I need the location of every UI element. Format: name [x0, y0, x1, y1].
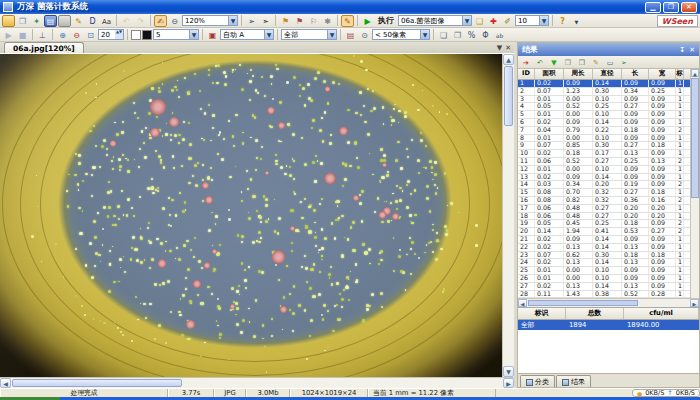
table-row[interactable]: 240.020.130.140.130.091 [518, 259, 690, 267]
save-icon[interactable]: ▤ [44, 15, 57, 27]
table-row[interactable]: 250.010.000.100.090.091 [518, 267, 690, 275]
table-row[interactable]: 230.070.620.300.180.181 [518, 252, 690, 260]
scroll-right-icon[interactable]: ▶ [503, 378, 514, 388]
image-horizontal-scrollbar[interactable]: ◀ ▶ [0, 377, 514, 388]
next-icon[interactable]: ➢ [618, 57, 630, 68]
table-row[interactable]: 40.050.520.250.270.091 [518, 103, 690, 111]
new-doc-icon[interactable]: ❏ [437, 29, 450, 41]
search-icon[interactable]: ⊙ [358, 29, 371, 41]
scroll-up-icon[interactable]: ▲ [691, 69, 699, 77]
tab-list-icon[interactable]: ▼ [497, 44, 502, 52]
undo-icon[interactable]: ↶ [120, 15, 133, 27]
scroll-thumb[interactable] [691, 78, 699, 198]
table-row[interactable]: 110.060.520.270.250.132 [518, 158, 690, 166]
column-header[interactable]: ID [518, 69, 535, 79]
minimize-button[interactable]: ▁ [645, 2, 661, 13]
table-row[interactable]: 80.010.000.100.090.091 [518, 135, 690, 143]
table-row[interactable]: 160.080.820.320.360.162 [518, 197, 690, 205]
table-row[interactable]: 30.010.000.100.090.091 [518, 96, 690, 104]
table-row[interactable]: 280.111.430.380.520.281 [518, 291, 690, 298]
table-row[interactable]: 70.040.790.220.180.092 [518, 127, 690, 135]
scroll-thumb[interactable] [12, 379, 182, 387]
image-tab[interactable]: 06a.jpg[120%] [4, 42, 84, 53]
scroll-down-icon[interactable]: ▼ [503, 366, 514, 377]
table-row[interactable]: 170.060.480.270.200.201 [518, 205, 690, 213]
count-combo[interactable]: 10 ▼ [515, 15, 549, 26]
table-row[interactable]: 130.020.090.140.090.091 [518, 174, 690, 182]
column-header[interactable]: 标识 [676, 69, 684, 79]
filter-icon[interactable]: ▼ [548, 57, 560, 68]
table-horizontal-scrollbar[interactable]: ◀ ▶ [518, 298, 699, 307]
table-row[interactable]: 180.060.480.270.200.201 [518, 213, 690, 221]
column-header[interactable]: 直径 [593, 69, 622, 79]
scroll-right-icon[interactable]: ▶ [690, 299, 699, 307]
column-header[interactable]: 宽 [649, 69, 676, 79]
center-icon[interactable]: Φ [479, 29, 492, 41]
table-row[interactable]: 150.080.700.320.270.181 [518, 189, 690, 197]
run-button[interactable]: 执行 [375, 15, 397, 26]
maximize-button[interactable]: ❐ [663, 2, 679, 13]
table-row[interactable]: 190.050.450.250.180.092 [518, 220, 690, 228]
summary-row[interactable]: 全部189418940.00 [518, 320, 699, 330]
copy-icon[interactable]: ❐ [562, 57, 574, 68]
label-ab-icon[interactable]: ab [493, 29, 506, 41]
scroll-up-icon[interactable]: ▲ [503, 54, 514, 65]
tab-close-icon[interactable]: ✕ [505, 44, 511, 52]
zoom-fit-icon[interactable]: ⊡ [84, 29, 97, 41]
table-row[interactable]: 20.071.230.300.340.251 [518, 88, 690, 96]
table-row[interactable]: 210.020.090.140.090.091 [518, 236, 690, 244]
paste-icon[interactable]: ❒ [576, 57, 588, 68]
help-dropdown-icon[interactable]: ▼ [570, 15, 583, 27]
table-row[interactable]: 260.010.000.100.090.091 [518, 275, 690, 283]
pin-icon[interactable]: ↧ [679, 46, 685, 54]
threshold-spinner[interactable]: 20 ▲▼ [98, 29, 124, 40]
printer2-icon[interactable]: ▤ [344, 29, 357, 41]
measure-icon[interactable]: ⊥ [36, 29, 49, 41]
table-vertical-scrollbar[interactable]: ▲ [690, 69, 699, 298]
panel-close-icon[interactable]: ✕ [689, 46, 695, 54]
petri-dish-image[interactable] [0, 54, 502, 377]
percent-icon[interactable]: % [465, 29, 478, 41]
redo-icon[interactable]: ↷ [134, 15, 147, 27]
scroll-thumb[interactable] [504, 66, 513, 126]
image-select-combo[interactable]: 06a.菌落图像 ▼ [398, 15, 472, 26]
pointer-icon[interactable]: ➣ [259, 15, 272, 27]
close-button[interactable]: ✕ [681, 2, 697, 13]
table-row[interactable]: 50.010.000.100.090.091 [518, 111, 690, 119]
flag-mark-icon[interactable]: ⚑ [279, 15, 292, 27]
zoom-out-icon[interactable]: ⊖ [70, 29, 83, 41]
draw-icon[interactable]: D [86, 15, 99, 27]
image-vertical-scrollbar[interactable]: ▲ ▼ [502, 54, 514, 377]
chevron-down-icon[interactable]: ▼ [539, 16, 548, 25]
spinner-arrows-icon[interactable]: ▲▼ [115, 30, 123, 39]
results-table-header[interactable]: ID面积周长直径长宽标识 [518, 69, 690, 80]
chevron-down-icon[interactable]: ▼ [189, 30, 198, 39]
table-row[interactable]: 270.020.130.140.130.091 [518, 283, 690, 291]
help-icon[interactable]: ? [556, 15, 569, 27]
column-header[interactable]: 长 [622, 69, 649, 79]
stop-icon[interactable]: ■ [16, 29, 29, 41]
column-header[interactable]: 面积 [535, 69, 564, 79]
edit-pencil-icon[interactable]: ✎ [72, 15, 85, 27]
scroll-left-icon[interactable]: ◀ [518, 299, 527, 307]
play-icon[interactable]: ▶ [2, 29, 15, 41]
refresh-icon[interactable]: ↶ [534, 57, 546, 68]
chevron-down-icon[interactable]: ▼ [327, 30, 336, 39]
text-tool-icon[interactable]: Aa [100, 15, 113, 27]
flag-remove-icon[interactable]: ⚑ [293, 15, 306, 27]
scope-combo[interactable]: 全部 ▼ [281, 29, 337, 40]
pointer-add-icon[interactable]: ➢ [245, 15, 258, 27]
results-tab-分类[interactable]: 分类 [520, 375, 555, 387]
table-row[interactable]: 120.010.000.100.090.091 [518, 166, 690, 174]
select-rect-icon[interactable]: ▭ [604, 57, 616, 68]
auto-mode-combo[interactable]: 自动 A ▼ [220, 29, 274, 40]
run-play-icon[interactable]: ▶ [361, 15, 374, 27]
zoom-in-icon[interactable]: ⊕ [56, 29, 69, 41]
add-red-icon[interactable]: ✚ [487, 15, 500, 27]
scroll-left-icon[interactable]: ◀ [0, 378, 11, 388]
palette-icon[interactable]: ▣ [206, 29, 219, 41]
scroll-thumb[interactable] [528, 300, 638, 306]
marker-tool-icon[interactable]: ✎ [341, 15, 354, 27]
edit-icon[interactable]: ✎ [590, 57, 602, 68]
doc2-icon[interactable]: ❐ [451, 29, 464, 41]
